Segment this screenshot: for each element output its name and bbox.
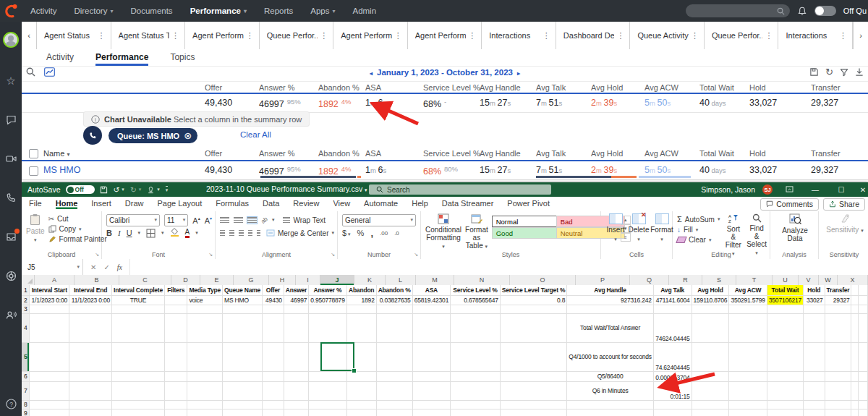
font-color-icon[interactable]: A <box>185 229 190 238</box>
cell-O8[interactable] <box>500 400 567 409</box>
view-tab-performance[interactable]: Performance <box>95 52 148 66</box>
column-header-offer[interactable]: Offer <box>205 149 222 158</box>
column-header-Q[interactable]: Q <box>630 275 669 285</box>
decrease-decimal-button[interactable]: .0 <box>394 230 399 237</box>
cell-A4[interactable] <box>30 313 69 342</box>
select-all-checkbox[interactable] <box>29 149 38 158</box>
cell-M9[interactable] <box>412 409 451 416</box>
increase-decimal-button[interactable]: .00 <box>380 230 388 237</box>
cell-I9[interactable] <box>284 409 309 416</box>
kebab-menu-icon[interactable]: ⋮ <box>318 31 330 41</box>
cell-D6[interactable] <box>165 371 187 381</box>
cell-J9[interactable] <box>309 409 346 416</box>
cell-L6[interactable] <box>376 371 412 381</box>
cell-S2[interactable]: 350291.5799 <box>729 295 767 305</box>
cell-D7[interactable] <box>165 381 187 400</box>
column-header-I[interactable]: I <box>296 275 320 285</box>
stamp-tool-icon[interactable] <box>147 186 155 194</box>
cell-Q1[interactable]: Avg Talk <box>653 285 692 295</box>
cell-C5[interactable] <box>112 342 165 371</box>
cell-T7[interactable] <box>767 381 803 400</box>
cell-P6[interactable]: Q5/86400 <box>567 371 654 381</box>
cell-V3[interactable] <box>825 305 851 313</box>
cell-M8[interactable] <box>412 400 451 409</box>
cell-L7[interactable] <box>376 381 412 400</box>
cell-W1[interactable] <box>851 285 859 295</box>
column-header-N[interactable]: N <box>454 275 510 285</box>
cell-K9[interactable] <box>346 409 376 416</box>
filter-icon[interactable] <box>840 68 848 77</box>
column-header-abandon[interactable]: Abandon % <box>318 83 359 92</box>
cell-L2[interactable]: 0.03827635 <box>376 295 412 305</box>
insert-function-icon[interactable]: fx <box>117 263 122 271</box>
cell-L4[interactable] <box>376 313 412 342</box>
cell-Q4[interactable]: 74624.04445 <box>653 313 692 342</box>
column-header-O[interactable]: O <box>510 275 576 285</box>
cell-C9[interactable] <box>112 409 165 416</box>
cell-P4[interactable]: Total Wait/Total Answer <box>567 313 654 342</box>
cell-I7[interactable] <box>284 381 309 400</box>
ribbon-tab-formulas[interactable]: Formulas <box>216 199 249 209</box>
cell-T1[interactable]: Total Wait <box>767 285 803 295</box>
view-tab-topics[interactable]: Topics <box>170 52 195 66</box>
cell-D3[interactable] <box>165 305 187 313</box>
cell-W8[interactable] <box>851 400 859 409</box>
cell-B3[interactable] <box>69 305 111 313</box>
column-header-U[interactable]: U <box>773 275 799 285</box>
cell-I3[interactable] <box>284 305 309 313</box>
column-header-avg-handle[interactable]: Avg Handle <box>480 83 521 92</box>
video-icon[interactable] <box>5 153 17 165</box>
summary-cell-abandon[interactable]: 18924% <box>318 98 352 109</box>
cells-insert-button[interactable]: Insert▾ <box>607 213 624 243</box>
cell-Q3[interactable] <box>653 305 692 313</box>
cell-R7[interactable] <box>692 381 729 400</box>
align-right-icon[interactable] <box>239 230 244 237</box>
cell-X8[interactable] <box>858 400 867 409</box>
align-bottom-icon[interactable] <box>247 217 257 224</box>
cell-U8[interactable] <box>804 400 825 409</box>
kebab-menu-icon[interactable]: ⋮ <box>837 31 849 41</box>
autosum-button[interactable]: ΣAutoSum▾ <box>677 215 720 224</box>
cell-A9[interactable] <box>30 409 69 416</box>
cell-L3[interactable] <box>376 305 412 313</box>
ribbon-display-icon[interactable] <box>780 186 799 194</box>
cell-R4[interactable] <box>692 313 729 342</box>
name-column-header[interactable]: Name ▾ <box>43 149 69 158</box>
summary-cell-asa[interactable]: 1m 6s <box>365 98 386 108</box>
cell-E2[interactable]: voice <box>187 295 223 305</box>
confirm-entry-icon[interactable]: ✓ <box>103 263 109 271</box>
column-header-G[interactable]: G <box>234 275 269 285</box>
share-button[interactable]: Share <box>823 198 865 211</box>
column-header-transfer[interactable]: Transfer <box>811 149 841 158</box>
cell-N6[interactable] <box>451 371 501 381</box>
cell-Q5[interactable]: 74.62404445 <box>653 342 692 371</box>
column-header-E[interactable]: E <box>200 275 234 285</box>
summary-cell-service-level[interactable]: 68%- <box>423 98 446 109</box>
wrap-text-button[interactable]: Wrap Text <box>283 216 326 224</box>
queue-row[interactable]: MS HMO 49,4304699795%18924%1m 6s68%80%15… <box>22 161 868 180</box>
cell-B8[interactable] <box>69 400 111 409</box>
bold-button[interactable]: B <box>106 229 112 237</box>
undo-button[interactable]: ↺ <box>114 185 120 194</box>
column-header-avg-handle[interactable]: Avg Handle <box>480 149 521 158</box>
orientation-icon[interactable]: ab <box>260 216 269 225</box>
cell-D2[interactable] <box>165 295 187 305</box>
cell-P5[interactable]: Q4/1000 to account for seconds <box>567 342 654 371</box>
nav-item-activity[interactable]: Activity <box>30 7 56 15</box>
media-type-voice-icon[interactable] <box>83 126 102 145</box>
column-header-total-wait[interactable]: Total Wait <box>699 83 734 92</box>
redo-button[interactable]: ↻ <box>130 185 137 194</box>
cell-M3[interactable] <box>412 305 451 313</box>
number-dialog-launcher[interactable]: ↘ <box>414 252 418 258</box>
cell-X7[interactable] <box>858 381 867 400</box>
cell-style-good[interactable]: Good <box>492 227 561 239</box>
cell-I8[interactable] <box>284 400 309 409</box>
kebab-menu-icon[interactable]: ⋮ <box>762 31 775 41</box>
active-cell-selection[interactable] <box>320 342 354 371</box>
cell-E1[interactable]: Media Type <box>187 285 223 295</box>
column-header-P[interactable]: P <box>576 275 630 285</box>
cell-E4[interactable] <box>187 313 223 342</box>
cancel-entry-icon[interactable]: ✕ <box>90 263 96 271</box>
ribbon-tab-review[interactable]: Review <box>293 199 319 209</box>
grow-font-button[interactable]: A▴ <box>192 216 200 225</box>
